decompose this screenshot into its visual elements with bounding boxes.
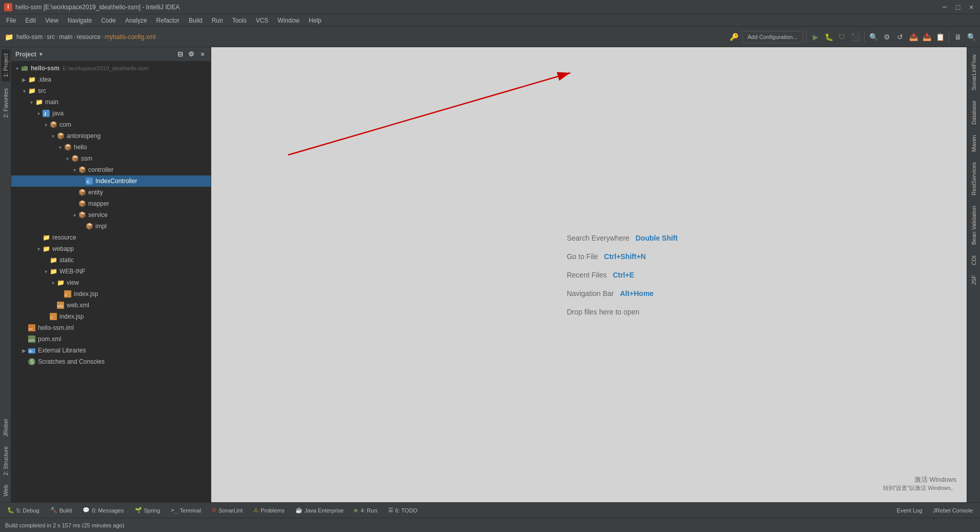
- build-icon[interactable]: 🔑: [729, 31, 740, 43]
- maximize-button[interactable]: □: [953, 3, 963, 12]
- tree-item-hello[interactable]: ▾ 📦 hello: [11, 142, 211, 153]
- tab-rest-services[interactable]: RestServices: [970, 157, 978, 201]
- settings-gear-icon[interactable]: ⚙: [187, 50, 195, 58]
- tree-label-controller: controller: [88, 166, 113, 173]
- tree-label-hello-ssm-iml: hello-ssm.iml: [38, 324, 74, 331]
- breadcrumb-file[interactable]: mybatis-config.xml: [105, 33, 155, 41]
- tree-item-hello-ssm[interactable]: ▾ hello-ssm E:\workspace2019_idea\hello-…: [11, 63, 211, 74]
- tree-item-IndexController[interactable]: C IndexController: [11, 175, 211, 187]
- menu-analyze[interactable]: Analyze: [121, 16, 151, 25]
- web-tab[interactable]: Web: [2, 481, 10, 500]
- project-nav-icon[interactable]: 📁: [3, 31, 14, 43]
- vcs-icon[interactable]: 📤: [908, 31, 919, 43]
- jrebel-console-btn[interactable]: JRebel Console: [928, 506, 978, 515]
- tree-item-index-jsp-view[interactable]: J index.jsp: [11, 288, 211, 300]
- debug-button[interactable]: 🐛: [823, 31, 834, 43]
- menu-edit[interactable]: Edit: [21, 16, 40, 25]
- svg-text:J: J: [50, 315, 52, 320]
- drop-files-hint: Drop files here to open: [567, 308, 678, 316]
- build-tab[interactable]: 🔨Build: [45, 505, 77, 515]
- tree-item-scratches[interactable]: S Scratches and Consoles: [11, 356, 211, 367]
- tree-item-hello-ssm-iml[interactable]: iml hello-ssm.iml: [11, 322, 211, 333]
- messages-tab[interactable]: 💬0: Messages: [77, 505, 129, 515]
- structure-tab[interactable]: 2: Structure: [2, 442, 10, 480]
- favorites-tab[interactable]: 2: Favorites: [2, 84, 10, 122]
- menu-navigate[interactable]: Navigate: [64, 16, 96, 25]
- refresh-icon[interactable]: ↺: [894, 31, 906, 43]
- tree-item-pom-xml[interactable]: pom pom.xml: [11, 333, 211, 345]
- run-with-coverage-button[interactable]: 🛡: [836, 31, 848, 43]
- project-tab[interactable]: 1: Project: [2, 49, 10, 81]
- menu-code[interactable]: Code: [97, 16, 120, 25]
- tab-sonarLintFlow[interactable]: SonarLintFlow: [970, 49, 978, 95]
- tab-maven[interactable]: Maven: [970, 130, 978, 157]
- search-everywhere-icon[interactable]: 🔍: [868, 31, 879, 43]
- file-tree: ▾ hello-ssm E:\workspace2019_idea\hello-…: [11, 62, 211, 502]
- tree-item-webapp[interactable]: ▾ 📁 webapp: [11, 243, 211, 254]
- tree-item-external-libraries[interactable]: ▶ lib External Libraries: [11, 345, 211, 356]
- tab-bean-validation[interactable]: Bean Validation: [970, 201, 978, 250]
- close-button[interactable]: ×: [967, 3, 976, 12]
- event-log-btn[interactable]: Event Log: [892, 506, 928, 515]
- problems-tab[interactable]: ⚠Problems: [248, 505, 289, 515]
- minimize-button[interactable]: −: [940, 3, 949, 12]
- sonarlint-tab[interactable]: ⊘SonarLint: [207, 505, 248, 515]
- menu-refactor[interactable]: Refactor: [152, 16, 184, 25]
- collapse-all-icon[interactable]: ⊟: [176, 50, 184, 58]
- menu-tools[interactable]: Tools: [228, 16, 251, 25]
- terminal-icon[interactable]: 🖥: [952, 31, 964, 43]
- close-panel-icon[interactable]: ×: [198, 50, 207, 58]
- menu-window[interactable]: Window: [273, 16, 304, 25]
- menu-help[interactable]: Help: [305, 16, 326, 25]
- tree-item-mapper[interactable]: 📦 mapper: [11, 198, 211, 209]
- tree-item-ssm[interactable]: ▾ 📦 ssm: [11, 153, 211, 164]
- tree-item-static[interactable]: 📁 static: [11, 254, 211, 266]
- tree-item-controller[interactable]: ▾ 📦 controller: [11, 164, 211, 175]
- tree-item-idea[interactable]: ▶ 📁 .idea: [11, 74, 211, 85]
- terminal-tab[interactable]: >_Terminal: [166, 505, 206, 515]
- tab-jsf[interactable]: JSF: [970, 270, 978, 290]
- menu-run[interactable]: Run: [208, 16, 227, 25]
- spring-tab[interactable]: 🌱Spring: [130, 505, 166, 515]
- project-dropdown-icon[interactable]: ▾: [39, 51, 42, 57]
- menu-vcs[interactable]: VCS: [252, 16, 273, 25]
- tree-item-web-inf[interactable]: ▾ 📁 WEB-INF: [11, 266, 211, 277]
- run-tab[interactable]: ▶4: Run: [349, 505, 382, 515]
- breadcrumb-hello-ssm[interactable]: hello-ssm: [16, 33, 43, 41]
- project-panel: Project ▾ ⊟ ⚙ × ▾ hello-ssm E:\workspace…: [11, 47, 211, 502]
- tree-label-antoniopeng: antoniopeng: [67, 132, 101, 140]
- run-button[interactable]: ▶: [810, 31, 821, 43]
- search-icon[interactable]: 🔍: [966, 31, 977, 43]
- tree-item-main[interactable]: ▾ 📁 main: [11, 96, 211, 108]
- tree-item-resource[interactable]: 📁 resource: [11, 232, 211, 243]
- tree-item-service[interactable]: ▾ 📦 service: [11, 209, 211, 221]
- tab-cdi[interactable]: CDI: [970, 250, 978, 270]
- vcs-history-icon[interactable]: 📋: [934, 31, 946, 43]
- menu-build[interactable]: Build: [185, 16, 207, 25]
- breadcrumb-main[interactable]: main: [59, 33, 72, 41]
- vcs-update-icon[interactable]: 📥: [921, 31, 932, 43]
- tree-item-web-xml[interactable]: xml web.xml: [11, 300, 211, 311]
- tree-item-impl[interactable]: 📦 impl: [11, 221, 211, 232]
- tree-item-view[interactable]: ▾ 📁 view: [11, 277, 211, 288]
- breadcrumb-resource[interactable]: resource: [76, 33, 101, 41]
- tree-item-antoniopeng[interactable]: ▾ 📦 antoniopeng: [11, 130, 211, 142]
- tree-label-mapper: mapper: [88, 200, 109, 207]
- jrebel-left-tab[interactable]: JRebel: [2, 415, 10, 441]
- java-enterprise-tab[interactable]: ☕Java Enterprise: [290, 505, 349, 515]
- tab-database[interactable]: Database: [970, 95, 978, 130]
- tree-item-com[interactable]: ▾ 📦 com: [11, 119, 211, 130]
- breadcrumb: hello-ssm › src › main › resource › myba…: [16, 33, 155, 41]
- tree-item-index-jsp-root[interactable]: J index.jsp: [11, 311, 211, 322]
- tree-item-src[interactable]: ▾ 📁 src: [11, 85, 211, 96]
- settings-icon[interactable]: ⚙: [881, 31, 892, 43]
- menu-view[interactable]: View: [41, 16, 63, 25]
- add-configuration-button[interactable]: Add Configuration...: [742, 31, 803, 43]
- breadcrumb-src[interactable]: src: [47, 33, 55, 41]
- todo-tab[interactable]: ☰6: TODO: [383, 505, 423, 515]
- stop-button[interactable]: ⬛: [850, 31, 861, 43]
- tree-item-entity[interactable]: 📦 entity: [11, 187, 211, 198]
- debug-tab[interactable]: 🐛5: Debug: [2, 505, 45, 515]
- tree-item-java[interactable]: ▾ J java: [11, 108, 211, 119]
- menu-file[interactable]: File: [2, 16, 20, 25]
